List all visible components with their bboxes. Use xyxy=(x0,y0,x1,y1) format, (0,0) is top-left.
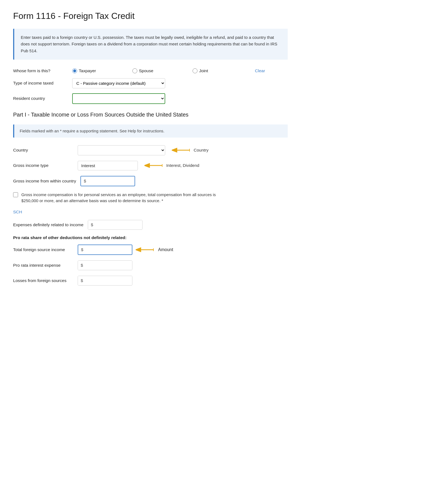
losses-foreign-row: Losses from foreign sources $ xyxy=(13,276,288,286)
expenses-related-row: Expenses definitely related to income $ xyxy=(13,220,288,230)
country-annotation-text: Country xyxy=(194,148,208,153)
expenses-related-input[interactable] xyxy=(95,220,142,229)
taxpayer-radio[interactable] xyxy=(72,68,77,73)
resident-country-select[interactable] xyxy=(72,93,165,104)
spouse-label: Spouse xyxy=(139,68,153,73)
expenses-related-label: Expenses definitely related to income xyxy=(13,222,83,227)
total-foreign-income-input[interactable] xyxy=(86,245,132,254)
spouse-option[interactable]: Spouse xyxy=(132,68,187,73)
dollar-sign-5: $ xyxy=(78,276,85,285)
joint-radio[interactable] xyxy=(193,68,197,73)
gross-income-country-label: Gross income from within country xyxy=(13,179,76,184)
country-arrow-annotation: Country xyxy=(172,147,208,153)
compensation-checkbox-label: Gross income compensation is for persona… xyxy=(21,192,232,204)
whose-form-label: Whose form is this? xyxy=(13,68,68,73)
joint-label: Joint xyxy=(199,68,208,73)
gross-income-type-label: Gross income type xyxy=(13,163,73,168)
arrow-icon xyxy=(172,147,191,153)
losses-foreign-label: Losses from foreign sources xyxy=(13,278,73,283)
dollar-sign-3: $ xyxy=(78,245,86,254)
pro-rata-interest-label: Pro rata interest expense xyxy=(13,263,73,268)
gross-income-type-input[interactable] xyxy=(78,161,138,170)
country-select[interactable] xyxy=(78,145,165,155)
pro-rata-interest-input-wrapper: $ xyxy=(78,260,132,270)
total-foreign-income-label: Total foreign source income xyxy=(13,247,73,252)
info-box: Enter taxes paid to a foreign country or… xyxy=(13,29,288,60)
resident-country-label: Resident country xyxy=(13,96,68,101)
pro-rata-interest-input[interactable] xyxy=(85,261,132,270)
total-foreign-income-annotation-text: Amount xyxy=(158,247,173,252)
part1-section: Fields marked with an * require a suppor… xyxy=(13,124,288,286)
pro-rata-interest-row: Pro rata interest expense $ xyxy=(13,260,288,270)
dollar-sign-4: $ xyxy=(78,261,85,270)
compensation-checkbox[interactable] xyxy=(13,192,18,197)
joint-option[interactable]: Joint xyxy=(193,68,247,73)
gross-income-type-row: Gross income type Interest, Dividend xyxy=(13,161,288,170)
gross-income-country-input-wrapper: $ xyxy=(80,176,135,186)
radio-group: Taxpayer Spouse Joint Clear xyxy=(72,68,265,73)
expenses-related-input-wrapper: $ xyxy=(88,220,142,230)
total-foreign-income-input-wrapper: $ xyxy=(78,245,132,255)
compensation-checkbox-row: Gross income compensation is for persona… xyxy=(13,192,232,204)
total-foreign-income-annotation-wrapper: $ Amount xyxy=(78,245,173,255)
field-note-box: Fields marked with an * require a suppor… xyxy=(13,124,288,138)
country-label: Country xyxy=(13,148,73,153)
taxpayer-label: Taxpayer xyxy=(79,68,96,73)
losses-foreign-input-wrapper: $ xyxy=(78,276,132,286)
dollar-sign-1: $ xyxy=(81,176,88,186)
gross-income-arrow-annotation: Interest, Dividend xyxy=(144,162,199,168)
taxpayer-option[interactable]: Taxpayer xyxy=(72,68,127,73)
field-note-text: Fields marked with an * require a suppor… xyxy=(20,129,282,133)
total-foreign-income-arrow-icon xyxy=(136,247,155,253)
pro-rata-header: Pro rata share of other deductions not d… xyxy=(13,235,288,240)
gross-income-annotation-text: Interest, Dividend xyxy=(166,163,199,168)
page-title: Form 1116 - Foreign Tax Credit xyxy=(13,11,288,21)
dollar-sign-2: $ xyxy=(88,220,95,229)
country-row: Country Country xyxy=(13,145,288,155)
type-of-income-row: Type of income taxed C - Passive categor… xyxy=(13,78,288,88)
whose-form-row: Whose form is this? Taxpayer Spouse Join… xyxy=(13,68,288,73)
part1-title: Part I - Taxable Income or Loss From Sou… xyxy=(13,112,288,118)
gross-income-arrow-icon xyxy=(144,162,164,168)
country-select-wrapper: Country xyxy=(78,145,208,155)
clear-link[interactable]: Clear xyxy=(255,68,265,73)
sch-link[interactable]: SCH xyxy=(13,210,22,214)
spouse-radio[interactable] xyxy=(132,68,137,73)
total-foreign-income-row: Total foreign source income $ Amount xyxy=(13,245,288,255)
gross-income-type-wrapper: Interest, Dividend xyxy=(78,161,199,170)
losses-foreign-input[interactable] xyxy=(85,276,132,285)
type-of-income-select[interactable]: C - Passive category income (default) A … xyxy=(72,78,165,88)
gross-income-country-row: Gross income from within country $ xyxy=(13,176,288,186)
type-of-income-label: Type of income taxed xyxy=(13,81,68,86)
gross-income-country-input[interactable] xyxy=(88,176,135,185)
resident-country-row: Resident country xyxy=(13,93,288,104)
